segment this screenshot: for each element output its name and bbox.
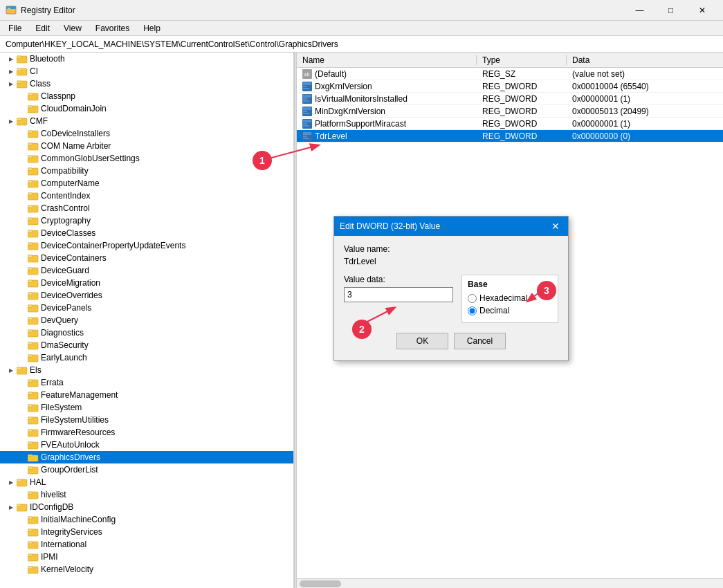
tree-arrow-CoDeviceInstallers[interactable] [17, 128, 28, 139]
tree-item-DeviceClasses[interactable]: DeviceClasses [0, 227, 293, 239]
tree-item-GroupOrderList[interactable]: GroupOrderList [0, 463, 293, 476]
tree-arrow-International[interactable] [17, 539, 28, 550]
tree-item-CrashControl[interactable]: CrashControl [0, 202, 293, 214]
menu-file[interactable]: File [3, 22, 27, 35]
tree-arrow-DeviceContainerPropertyUpdateEvents[interactable] [17, 240, 28, 251]
value-data-input[interactable] [344, 287, 453, 302]
tree-item-HAL[interactable]: HAL [0, 476, 293, 488]
tree-item-GraphicsDrivers[interactable]: GraphicsDrivers [0, 451, 293, 463]
tree-arrow-ContentIndex[interactable] [17, 190, 28, 201]
minimize-button[interactable]: — [624, 0, 655, 21]
tree-arrow-Errata[interactable] [17, 377, 28, 388]
tree-arrow-DevQuery[interactable] [17, 315, 28, 326]
menu-edit[interactable]: Edit [30, 22, 55, 35]
tree-arrow-InitialMachineConfig[interactable] [17, 514, 28, 525]
tree-item-FileSystem[interactable]: FileSystem [0, 401, 293, 414]
tree-item-ComputerName[interactable]: ComputerName [0, 177, 293, 190]
cancel-button[interactable]: Cancel [454, 333, 506, 349]
tree-arrow-FileSystem[interactable] [17, 402, 28, 413]
tree-item-DmaSecurity[interactable]: DmaSecurity [0, 339, 293, 351]
hexadecimal-radio-label[interactable]: Hexadecimal [468, 293, 552, 303]
ok-button[interactable]: OK [396, 333, 448, 349]
tree-arrow-FileSystemUtilities[interactable] [17, 414, 28, 425]
tree-arrow-IPMI[interactable] [17, 551, 28, 562]
tree-arrow-KernelVelocity[interactable] [17, 564, 28, 575]
table-row-0[interactable]: ab(Default)REG_SZ(value not set) [297, 68, 723, 80]
tree-item-Class[interactable]: Class [0, 77, 293, 90]
tree-item-FirmwareResources[interactable]: FirmwareResources [0, 426, 293, 439]
tree-item-Errata[interactable]: Errata [0, 376, 293, 389]
h-scrollbar[interactable] [297, 578, 723, 588]
menu-help[interactable]: Help [138, 22, 166, 35]
tree-item-Compatibility[interactable]: Compatibility [0, 165, 293, 177]
tree-arrow-DeviceMigration[interactable] [17, 277, 28, 288]
table-row-2[interactable]: IsVirtualMonitorsInstalledREG_DWORD0x000… [297, 93, 723, 105]
hexadecimal-radio[interactable] [468, 294, 477, 303]
tree-arrow-FVEAutoUnlock[interactable] [17, 439, 28, 450]
tree-item-CoDeviceInstallers[interactable]: CoDeviceInstallers [0, 127, 293, 140]
tree-panel[interactable]: BluetoothCIClassClasspnpCloudDomainJoinC… [0, 53, 294, 588]
tree-arrow-COM Name Arbiter[interactable] [17, 140, 28, 151]
tree-arrow-Class[interactable] [6, 78, 17, 89]
tree-arrow-ComputerName[interactable] [17, 178, 28, 189]
decimal-radio[interactable] [468, 306, 477, 315]
tree-item-IPMI[interactable]: IPMI [0, 551, 293, 563]
tree-item-Diagnostics[interactable]: Diagnostics [0, 327, 293, 339]
tree-arrow-Diagnostics[interactable] [17, 327, 28, 338]
tree-item-hivelist[interactable]: hivelist [0, 488, 293, 501]
tree-item-EarlyLaunch[interactable]: EarlyLaunch [0, 351, 293, 364]
tree-arrow-CI[interactable] [6, 66, 17, 77]
tree-item-FileSystemUtilities[interactable]: FileSystemUtilities [0, 414, 293, 426]
close-button[interactable]: ✕ [686, 0, 717, 21]
table-row-1[interactable]: DxgKrnlVersionREG_DWORD0x00010004 (65540… [297, 80, 723, 93]
tree-item-IntegrityServices[interactable]: IntegrityServices [0, 526, 293, 538]
tree-arrow-Cryptography[interactable] [17, 215, 28, 226]
tree-arrow-Compatibility[interactable] [17, 165, 28, 176]
tree-arrow-GroupOrderList[interactable] [17, 464, 28, 475]
tree-arrow-DeviceOverrides[interactable] [17, 290, 28, 301]
tree-arrow-DeviceClasses[interactable] [17, 228, 28, 239]
tree-item-Els[interactable]: Els [0, 364, 293, 376]
tree-arrow-Els[interactable] [6, 365, 17, 376]
tree-item-DeviceOverrides[interactable]: DeviceOverrides [0, 289, 293, 302]
maximize-button[interactable]: □ [655, 0, 686, 21]
tree-item-Classpnp[interactable]: Classpnp [0, 90, 293, 102]
tree-item-DeviceGuard[interactable]: DeviceGuard [0, 264, 293, 277]
tree-item-CommonGlobUserSettings[interactable]: CommonGlobUserSettings [0, 152, 293, 165]
tree-item-COM Name Arbiter[interactable]: COM Name Arbiter [0, 140, 293, 152]
table-row-4[interactable]: PlatformSupportMiracastREG_DWORD0x000000… [297, 118, 723, 130]
tree-arrow-Classpnp[interactable] [17, 91, 28, 102]
tree-item-CloudDomainJoin[interactable]: CloudDomainJoin [0, 102, 293, 115]
tree-item-IDConfigDB[interactable]: IDConfigDB [0, 501, 293, 513]
tree-arrow-IntegrityServices[interactable] [17, 526, 28, 538]
tree-item-Cryptography[interactable]: Cryptography [0, 214, 293, 227]
tree-arrow-FeatureManagement[interactable] [17, 389, 28, 401]
tree-item-ContentIndex[interactable]: ContentIndex [0, 190, 293, 202]
tree-item-FVEAutoUnlock[interactable]: FVEAutoUnlock [0, 439, 293, 451]
tree-item-DevQuery[interactable]: DevQuery [0, 314, 293, 327]
tree-arrow-CrashControl[interactable] [17, 203, 28, 214]
tree-item-DeviceMigration[interactable]: DeviceMigration [0, 277, 293, 289]
tree-item-KernelVelocity[interactable]: KernelVelocity [0, 563, 293, 576]
tree-arrow-CommonGlobUserSettings[interactable] [17, 153, 28, 164]
menu-view[interactable]: View [58, 22, 87, 35]
tree-item-FeatureManagement[interactable]: FeatureManagement [0, 389, 293, 401]
tree-arrow-DevicePanels[interactable] [17, 302, 28, 313]
tree-arrow-DeviceContainers[interactable] [17, 252, 28, 264]
menu-favorites[interactable]: Favorites [90, 22, 135, 35]
table-row-5[interactable]: TdrLevelREG_DWORD0x00000000 (0) [297, 130, 723, 143]
tree-arrow-IDConfigDB[interactable] [6, 502, 17, 513]
tree-item-CMF[interactable]: CMF [0, 115, 293, 127]
tree-arrow-EarlyLaunch[interactable] [17, 352, 28, 363]
tree-arrow-bluetooth[interactable] [6, 53, 17, 64]
tree-arrow-GraphicsDrivers[interactable] [17, 452, 28, 463]
edit-dword-dialog[interactable]: Edit DWORD (32-bit) Value ✕ Value name: … [333, 216, 569, 361]
tree-arrow-DmaSecurity[interactable] [17, 340, 28, 351]
table-row-3[interactable]: MinDxgKrnlVersionREG_DWORD0x00005013 (20… [297, 105, 723, 118]
tree-item-International[interactable]: International [0, 538, 293, 551]
tree-arrow-FirmwareResources[interactable] [17, 427, 28, 438]
tree-arrow-HAL[interactable] [6, 477, 17, 488]
tree-arrow-CMF[interactable] [6, 116, 17, 127]
dialog-close-button[interactable]: ✕ [549, 219, 562, 233]
tree-arrow-DeviceGuard[interactable] [17, 265, 28, 276]
